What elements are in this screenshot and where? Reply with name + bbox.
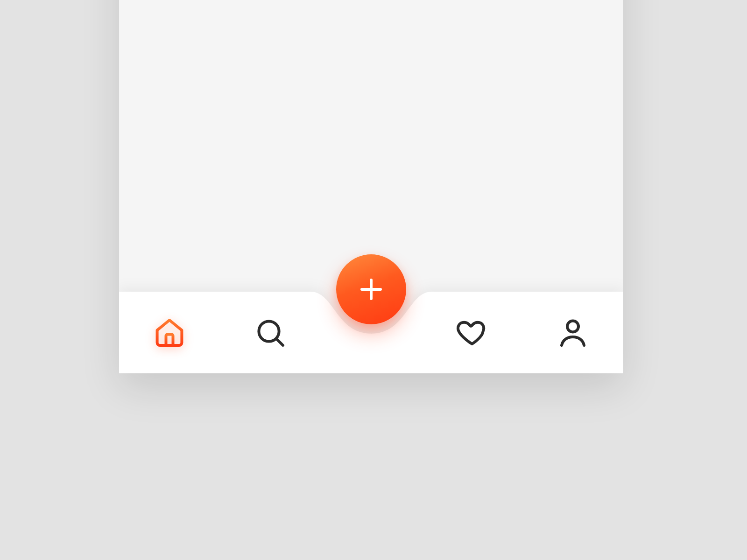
app-viewport: Home Search <box>119 0 623 373</box>
heart-icon <box>455 316 489 350</box>
nav-item-profile[interactable]: Profile <box>522 292 623 373</box>
home-icon <box>153 316 186 350</box>
nav-item-favorites[interactable]: Favorites <box>422 292 522 373</box>
add-button[interactable]: Add <box>336 254 406 324</box>
nav-item-search[interactable]: Search <box>220 292 321 373</box>
user-icon <box>556 316 590 350</box>
plus-icon <box>357 275 385 303</box>
nav-item-home[interactable]: Home <box>119 292 220 373</box>
svg-line-1 <box>276 339 283 345</box>
svg-point-2 <box>567 321 578 332</box>
bottom-navigation: Home Search <box>119 280 623 373</box>
search-icon <box>254 316 287 350</box>
